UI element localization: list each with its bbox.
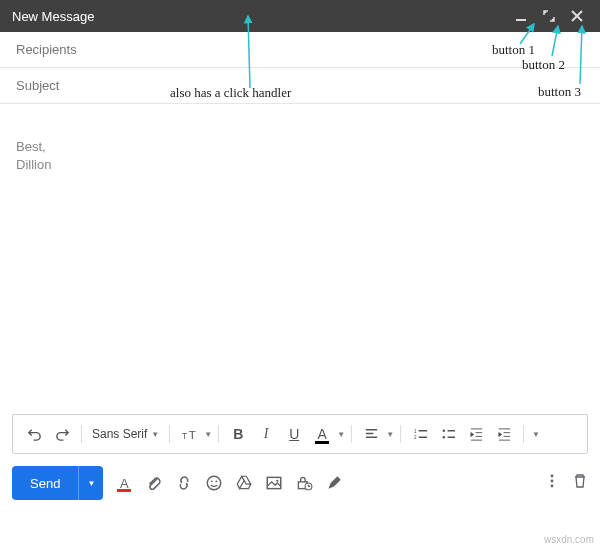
bulleted-list-button[interactable] [435,421,461,447]
close-button[interactable] [566,5,588,27]
text-color-button[interactable]: A [309,421,335,447]
svg-point-8 [211,480,213,482]
compose-right-tools [544,473,588,493]
numbered-list-icon: 12 [413,427,428,442]
formatting-toolbar: Sans Serif ▼ TT ▼ B I U A ▼ ▼ 12 ▼ [12,414,588,454]
svg-point-15 [551,480,554,483]
pen-icon [325,474,343,492]
compose-header[interactable]: New Message [0,0,600,32]
recipients-input[interactable] [16,42,584,57]
underline-button[interactable]: U [281,421,307,447]
more-options-button[interactable] [544,473,560,493]
toolbar-separator [400,425,401,443]
toolbar-separator [81,425,82,443]
expand-icon [543,10,555,22]
indent-more-button[interactable] [491,421,517,447]
svg-point-6 [442,436,444,438]
lock-clock-icon [295,474,313,492]
minimize-button[interactable] [510,5,532,27]
svg-point-9 [216,480,218,482]
subject-input[interactable] [16,78,584,93]
numbered-list-button[interactable]: 12 [407,421,433,447]
redo-button[interactable] [49,421,75,447]
compose-bottom-bar: Send ▼ A [0,454,600,512]
svg-point-11 [277,480,279,482]
font-size-icon: TT [182,427,197,442]
bold-button[interactable]: B [225,421,251,447]
message-body[interactable]: Best, Dillion [0,104,600,414]
trash-icon [572,473,588,489]
bulleted-list-icon [441,427,456,442]
paperclip-icon [145,474,163,492]
indent-more-icon [497,427,512,442]
toolbar-separator [218,425,219,443]
insert-photo-button[interactable] [265,474,283,492]
toolbar-separator [169,425,170,443]
align-left-icon [364,427,379,442]
discard-draft-button[interactable] [572,473,588,493]
caret-down-icon: ▼ [87,479,95,488]
expand-button[interactable] [538,5,560,27]
toolbar-separator [351,425,352,443]
signature-line-1: Best, [16,138,584,156]
watermark: wsxdn.com [544,534,594,545]
svg-point-7 [208,476,222,490]
caret-down-icon[interactable]: ▼ [204,430,212,439]
subject-row[interactable] [0,68,600,104]
undo-button[interactable] [21,421,47,447]
toolbar-separator [523,425,524,443]
svg-point-16 [551,485,554,488]
caret-down-icon[interactable]: ▼ [337,430,345,439]
font-family-select[interactable]: Sans Serif ▼ [88,427,163,441]
undo-icon [27,427,42,442]
redo-icon [55,427,70,442]
insert-signature-button[interactable] [325,474,343,492]
send-button[interactable]: Send [12,476,78,491]
compose-tools: A [115,474,343,492]
insert-emoji-button[interactable] [205,474,223,492]
drive-icon [235,474,253,492]
caret-down-icon[interactable]: ▼ [386,430,394,439]
send-options-button[interactable]: ▼ [78,466,103,500]
svg-text:1: 1 [413,428,416,433]
align-button[interactable] [358,421,384,447]
minimize-icon [515,10,527,22]
svg-rect-10 [268,477,282,488]
svg-text:T: T [182,430,187,440]
formatting-options-button[interactable]: A [115,474,133,492]
attach-file-button[interactable] [145,474,163,492]
send-button-group: Send ▼ [12,466,103,500]
svg-point-5 [442,429,444,431]
more-vertical-icon [544,473,560,489]
image-icon [265,474,283,492]
svg-point-14 [551,475,554,478]
signature-line-2: Dillion [16,156,584,174]
indent-less-button[interactable] [463,421,489,447]
svg-text:T: T [188,427,195,440]
italic-button[interactable]: I [253,421,279,447]
compose-title: New Message [12,9,504,24]
link-icon [175,474,193,492]
recipients-row[interactable] [0,32,600,68]
svg-text:2: 2 [413,435,416,440]
confidential-mode-button[interactable] [295,474,313,492]
font-family-label: Sans Serif [92,427,147,441]
font-size-button[interactable]: TT [176,421,202,447]
caret-down-icon[interactable]: ▼ [532,430,540,439]
indent-less-icon [469,427,484,442]
insert-link-button[interactable] [175,474,193,492]
caret-down-icon: ▼ [151,430,159,439]
emoji-icon [205,474,223,492]
insert-drive-button[interactable] [235,474,253,492]
close-icon [571,10,583,22]
